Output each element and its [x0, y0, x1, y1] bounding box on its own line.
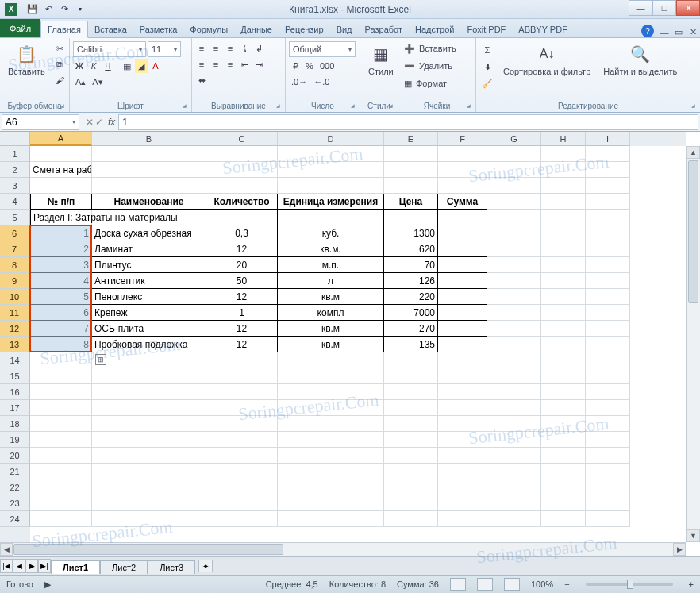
sheet-tab[interactable]: Лист1	[51, 560, 100, 574]
cell[interactable]	[206, 416, 278, 432]
cell[interactable]: Ламинат	[92, 241, 206, 257]
cell[interactable]	[438, 241, 487, 257]
cell[interactable]	[438, 178, 487, 194]
decrease-indent-icon[interactable]: ⇤	[238, 57, 251, 71]
ribbon-tab[interactable]: ABBYY PDF	[512, 21, 574, 37]
cell[interactable]	[586, 241, 630, 257]
cell[interactable]	[30, 495, 92, 511]
cell[interactable]	[586, 210, 630, 225]
mdi-close-icon[interactable]: ✕	[687, 27, 698, 37]
cell[interactable]	[438, 146, 487, 162]
ribbon-tab[interactable]: Главная	[40, 21, 88, 38]
cell[interactable]	[384, 464, 438, 479]
cell[interactable]	[438, 321, 487, 337]
cell[interactable]	[487, 384, 541, 400]
insert-cells-button[interactable]: ➕Вставить	[402, 41, 456, 56]
scroll-down-icon[interactable]: ▼	[687, 529, 700, 542]
sheet-nav-last-icon[interactable]: ▶|	[38, 559, 51, 573]
autofill-options-icon[interactable]: ⊞	[95, 354, 106, 365]
row-header[interactable]: 4	[0, 194, 30, 210]
merge-button[interactable]: ⬌	[195, 73, 208, 87]
cell[interactable]: 7000	[384, 305, 438, 321]
cell[interactable]	[487, 225, 541, 241]
cell[interactable]	[438, 432, 487, 448]
ribbon-tab[interactable]: Вставка	[88, 21, 133, 37]
column-header[interactable]: F	[438, 132, 487, 146]
cell[interactable]: 12	[206, 289, 278, 305]
cell[interactable]	[278, 495, 384, 511]
cell[interactable]	[541, 194, 586, 210]
cell[interactable]: кв.м.	[278, 241, 384, 257]
cell[interactable]	[438, 273, 487, 289]
cell[interactable]	[438, 337, 487, 352]
cut-icon[interactable]: ✂	[53, 41, 67, 56]
cell[interactable]	[487, 241, 541, 257]
cell[interactable]	[92, 400, 206, 416]
ribbon-tab[interactable]: Разметка	[133, 21, 184, 37]
ribbon-tab[interactable]: Формулы	[183, 21, 234, 37]
cell[interactable]	[384, 479, 438, 495]
row-header[interactable]: 23	[0, 495, 30, 511]
cancel-formula-icon[interactable]: ✕	[86, 117, 94, 128]
cell[interactable]	[487, 352, 541, 368]
cell[interactable]	[278, 479, 384, 495]
close-button[interactable]: ✕	[676, 0, 700, 16]
vscroll-thumb[interactable]	[688, 160, 698, 303]
cell[interactable]: 70	[384, 257, 438, 273]
cell[interactable]	[487, 368, 541, 384]
cell[interactable]	[487, 479, 541, 495]
cell[interactable]	[30, 352, 92, 368]
cell[interactable]	[206, 162, 278, 178]
cell[interactable]	[586, 194, 630, 210]
cell[interactable]	[438, 464, 487, 479]
zoom-level[interactable]: 100%	[531, 580, 553, 589]
cell[interactable]: кв.м	[278, 337, 384, 352]
cell[interactable]	[30, 448, 92, 464]
cell[interactable]	[541, 384, 586, 400]
sheet-tab[interactable]: Лист3	[148, 560, 195, 574]
cell[interactable]	[541, 225, 586, 241]
row-header[interactable]: 19	[0, 432, 30, 448]
column-header[interactable]: B	[92, 132, 206, 146]
cell[interactable]	[206, 178, 278, 194]
align-left-icon[interactable]: ≡	[195, 57, 208, 71]
ribbon-tab[interactable]: Надстрой	[409, 21, 460, 37]
ribbon-tab[interactable]: Разработ	[359, 21, 409, 37]
new-sheet-button[interactable]: ✦	[198, 560, 213, 572]
cell[interactable]	[438, 225, 487, 241]
cell[interactable]: 1	[30, 225, 92, 241]
scroll-left-icon[interactable]: ◀	[0, 543, 13, 556]
column-header[interactable]: H	[541, 132, 586, 146]
cell[interactable]: Раздел I: Затраты на материалы	[30, 210, 92, 225]
cell[interactable]	[541, 289, 586, 305]
cell[interactable]	[487, 146, 541, 162]
find-select-button[interactable]: 🔍 Найти и выделить	[598, 41, 682, 78]
cell[interactable]	[586, 368, 630, 384]
cell[interactable]	[487, 337, 541, 352]
view-layout-icon[interactable]	[477, 578, 493, 591]
help-icon[interactable]: ?	[641, 25, 654, 37]
cell[interactable]	[586, 400, 630, 416]
cell[interactable]	[278, 368, 384, 384]
align-center-icon[interactable]: ≡	[210, 57, 222, 71]
cell[interactable]: 1300	[384, 225, 438, 241]
cell[interactable]: 135	[384, 337, 438, 352]
cell[interactable]	[487, 511, 541, 527]
cell[interactable]: № п/п	[30, 194, 92, 210]
border-button[interactable]: ▦	[121, 59, 133, 73]
cell[interactable]: 8	[30, 337, 92, 352]
column-header[interactable]: I	[586, 132, 630, 146]
sheet-tab[interactable]: Лист2	[100, 560, 148, 574]
cell[interactable]	[586, 479, 630, 495]
increase-font-icon[interactable]: A▴	[73, 75, 88, 89]
cell[interactable]	[487, 464, 541, 479]
align-middle-icon[interactable]: ≡	[210, 41, 222, 56]
cell[interactable]	[487, 400, 541, 416]
cell[interactable]	[384, 384, 438, 400]
cell[interactable]: м.п.	[278, 257, 384, 273]
status-macro-icon[interactable]: ▶	[44, 580, 51, 590]
cell[interactable]	[438, 511, 487, 527]
paste-button[interactable]: 📋 Вставить	[3, 41, 50, 78]
zoom-knob[interactable]	[627, 580, 633, 589]
ribbon-tab[interactable]: Данные	[234, 21, 279, 37]
